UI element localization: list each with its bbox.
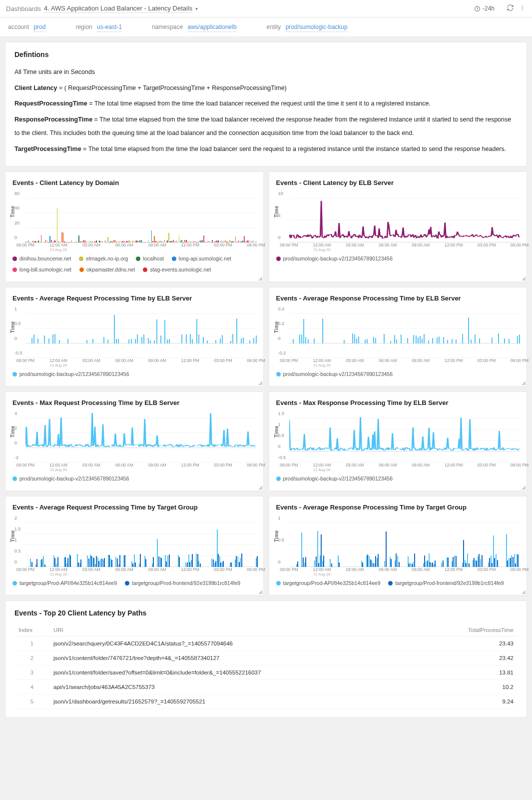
x-tick: 12:00 AM21 Aug 20 [49,567,67,576]
chart-area[interactable]: Time-0.500.5109:00 PM12:00 AM21 Aug 2003… [12,306,256,366]
legend-item[interactable]: okpamaster.ddns.net [79,266,135,272]
filter-account[interactable]: account prod [8,24,45,30]
chart-area[interactable]: Time-202409:00 PM12:00 AM21 Aug 2003:00 … [12,410,256,470]
y-tick: 2 [14,516,17,520]
y-tick: 0 [14,560,17,564]
legend-item[interactable]: targetgroup/Prod-frontend/92e3199b1rc814… [388,580,504,586]
x-tick: 09:00 PM [16,358,34,363]
legend-item[interactable]: long-bill.sumologic.net [12,266,71,272]
table-col-index[interactable]: Index [14,624,49,636]
legend-item[interactable]: prod/sumologic-backup-v2/123456789012345… [276,371,393,377]
table-col-time[interactable]: TotalProcessTime [448,624,518,636]
resize-handle-icon[interactable] [258,381,262,385]
y-tick: 0.5 [278,538,285,542]
legend-item[interactable]: targetgroup/Prod-API/84e325b14c814ee9 [12,580,117,586]
resize-handle-icon[interactable] [258,276,262,280]
legend-label: stag-events.sumologic.net [150,266,211,272]
x-tick: 09:00 PM [280,462,298,468]
x-tick: 06:00 AM [115,358,133,363]
breadcrumb-root[interactable]: Dashboards [6,5,41,12]
legend-item[interactable]: targetgroup/Prod-API/84e325b14c814ee9 [276,580,381,586]
time-range-button[interactable]: -24h [474,5,495,12]
panel-title: Events - Top 20 Client Latency by Paths [14,609,518,617]
legend-item[interactable]: dinihou.bounceme.net [12,256,71,262]
time-range-label: -24h [483,5,495,12]
filter-value: prod [33,24,45,32]
more-menu-button[interactable] [519,4,526,13]
y-tick: 4 [14,411,17,416]
chevron-down-icon[interactable]: ▾ [195,6,198,12]
breadcrumb-page[interactable]: 4. AWS Application Load Balancer - Laten… [44,4,192,13]
filter-namespace[interactable]: namespace aws/applicationelb [152,24,236,30]
y-tick: 60 [14,191,19,196]
clock-icon [474,6,481,12]
legend-swatch-icon [79,268,84,272]
resize-handle-icon[interactable] [522,590,526,594]
table-row[interactable]: 1 json/v2/searchquery/0C43F4ACD2ED4C1A/s… [14,636,518,651]
legend-item[interactable]: long-api.sumologic.net [172,256,231,262]
legend-item[interactable]: prod/sumologic-backup-v2/123456789012345… [276,476,393,482]
x-tick: 06:00 PM [247,242,265,248]
resize-handle-icon[interactable] [258,590,262,594]
latency-table: Index URI TotalProcessTime 1 json/v2/sea… [14,624,518,709]
legend-swatch-icon [79,256,83,261]
chart-area[interactable]: Time051009:00 PM12:00 AM21 Aug 2003:00 A… [276,190,520,250]
y-tick: -0.5 [14,350,22,356]
x-tick: 06:00 AM [379,358,397,363]
filter-label: account [8,24,29,30]
legend-item[interactable]: prod/sumologic-backup-v2/123456789012345… [12,476,129,482]
resize-handle-icon[interactable] [258,486,262,490]
x-tick: 06:00 AM [115,242,133,248]
legend-item[interactable]: prod/sumologic-backup-v2/123456789012345… [12,371,129,377]
chart-area[interactable]: Time-0.500.511.509:00 PM12:00 AM21 Aug 2… [276,410,520,470]
filter-entity[interactable]: entity prod/sumologic-backup [267,24,348,30]
resize-handle-icon[interactable] [522,486,526,490]
chart-area[interactable]: Time-0.200.20.409:00 PM12:00 AM21 Aug 20… [276,306,520,366]
y-tick: 20 [14,220,19,226]
definition-line: RequestProcessingTime = The total time e… [14,97,518,111]
x-tick: 12:00 PM [445,462,463,468]
x-tick: 12:00 AM21 Aug 20 [49,242,67,252]
table-row[interactable]: 3 json/v1/content/folder/saved?offset=0&… [14,666,518,680]
x-tick: 12:00 AM21 Aug 20 [49,462,67,472]
y-tick: 0.4 [278,306,285,312]
x-tick: 12:00 AM21 Aug 20 [313,242,331,252]
legend-swatch-icon [388,581,393,586]
legend-item[interactable]: elmagek.no-ip.org [79,256,128,262]
legend-item[interactable]: stag-events.sumologic.net [143,266,211,272]
legend-swatch-icon [12,256,17,261]
legend-swatch-icon [125,581,129,586]
refresh-icon [507,4,514,12]
chart-area[interactable]: Time00.5109:00 PM12:00 AM21 Aug 2003:00 … [276,515,520,575]
x-tick: 03:00 AM [82,242,100,248]
legend-item[interactable]: targetgroup/Prod-frontend/92e3199b1rc814… [125,580,240,586]
table-row[interactable]: 2 json/v1/content/folder/7476721/tree?de… [14,651,518,666]
chart-area[interactable]: Time00.511.5209:00 PM12:00 AM21 Aug 2003… [12,515,256,575]
cell-index: 2 [14,651,49,666]
legend-swatch-icon [12,581,17,586]
refresh-button[interactable] [507,4,514,13]
y-tick: -2 [14,455,18,460]
legend-swatch-icon [12,372,17,376]
chart-area[interactable]: Time020406009:00 PM12:00 AM21 Aug 2003:0… [12,190,256,250]
filter-region[interactable]: region us-east-1 [75,24,122,30]
svg-point-3 [522,10,523,10]
x-tick: 06:00 PM [511,567,529,572]
resize-handle-icon[interactable] [522,381,526,385]
resize-handle-icon[interactable] [522,276,526,280]
table-col-uri[interactable]: URI [49,624,448,636]
chart-legend: targetgroup/Prod-API/84e325b14c814ee9tar… [276,580,520,586]
table-row[interactable]: 5 json/v1/dashboard/getresults/21652579?… [14,694,518,709]
legend-item[interactable]: prod/sumologic-backup-v2/123456789012345… [276,256,393,262]
chart-legend: prod/sumologic-backup-v2/123456789012345… [276,476,520,482]
chart-title: Events - Average Request Processing Time… [12,294,256,302]
x-tick: 09:00 AM [148,462,166,468]
legend-label: targetgroup/Prod-API/84e325b14c814ee9 [19,580,117,586]
header-bar: Dashboards 4. AWS Application Load Balan… [0,0,532,18]
legend-item[interactable]: localhost [136,256,163,262]
cell-time: 9.24 [448,694,518,709]
svg-point-2 [522,8,523,8]
table-row[interactable]: 4 api/v1/search/jobs/463A45A2C5755373 10… [14,680,518,694]
cell-uri: api/v1/search/jobs/463A45A2C5755373 [49,680,448,694]
cell-uri: json/v2/searchquery/0C43F4ACD2ED4C1A/sta… [49,636,448,651]
